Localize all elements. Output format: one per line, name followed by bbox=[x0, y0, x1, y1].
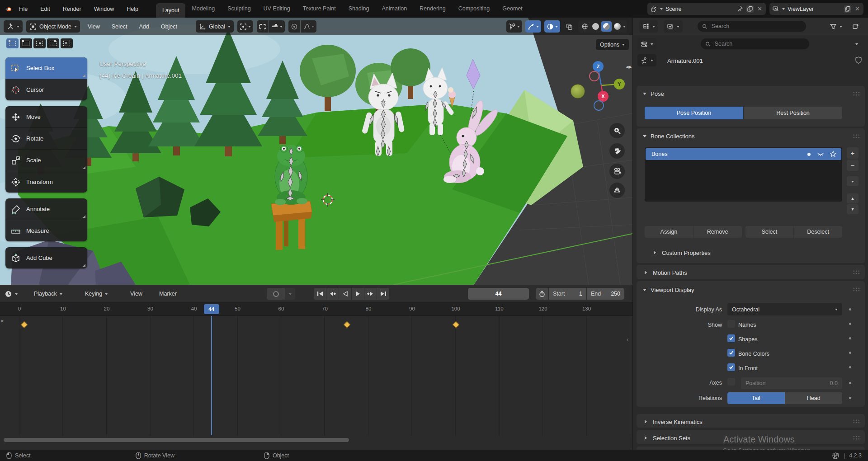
play-button[interactable] bbox=[352, 288, 364, 300]
panel-drag-dots[interactable] bbox=[853, 435, 860, 440]
animate-dot[interactable] bbox=[849, 308, 851, 310]
panel-drag-dots[interactable] bbox=[853, 287, 860, 292]
unlink-scene-icon[interactable]: ✕ bbox=[756, 5, 763, 12]
select-mode-invert-icon[interactable] bbox=[47, 38, 59, 48]
shading-material-button[interactable] bbox=[601, 21, 612, 32]
animate-dot[interactable] bbox=[849, 323, 851, 325]
animate-dot[interactable] bbox=[849, 382, 851, 384]
channel-expand-icon[interactable]: ▸ bbox=[1, 318, 4, 324]
select-mode-subtract-icon[interactable] bbox=[33, 38, 46, 48]
tool-move[interactable]: Move bbox=[5, 106, 87, 128]
keyframe-diamond[interactable] bbox=[453, 321, 460, 329]
select-mode-intersect-icon[interactable] bbox=[61, 38, 73, 48]
outliner-search[interactable] bbox=[698, 21, 806, 32]
snap-target-selector[interactable] bbox=[269, 20, 285, 33]
tab-shading[interactable]: Shading bbox=[342, 0, 376, 18]
checkbox-names[interactable] bbox=[727, 320, 735, 328]
animate-dot[interactable] bbox=[849, 337, 851, 339]
tool-transform[interactable]: Transform bbox=[5, 171, 87, 193]
outliner-editor-selector[interactable] bbox=[639, 20, 658, 33]
panel-inverse-kinematics[interactable]: Inverse Kinematics bbox=[643, 417, 703, 427]
current-frame-indicator[interactable]: 44 bbox=[204, 304, 219, 314]
tab-modeling[interactable]: Modeling bbox=[185, 0, 221, 18]
tail-button[interactable]: Tail bbox=[727, 392, 785, 404]
gizmos-toggle[interactable] bbox=[525, 20, 541, 33]
viewlayer-selector[interactable]: ViewLayer ✕ bbox=[769, 3, 863, 15]
options-button[interactable]: Options bbox=[596, 39, 629, 50]
mode-selector[interactable]: Object Mode bbox=[26, 20, 80, 33]
snapping-toggle[interactable] bbox=[257, 20, 269, 33]
viewport-3d[interactable]: User Perspective (44) Ice Cream | Armatu… bbox=[0, 18, 632, 285]
panel-drag-dots[interactable] bbox=[853, 270, 860, 275]
outliner-search-input[interactable] bbox=[711, 23, 802, 30]
properties-search[interactable] bbox=[701, 38, 809, 49]
pivot-point-selector[interactable] bbox=[237, 20, 253, 33]
remove-collection-button[interactable]: − bbox=[847, 160, 859, 171]
xray-toggle[interactable] bbox=[563, 20, 575, 33]
frame-start-field[interactable]: Start1 bbox=[549, 288, 586, 300]
navigation-gizmo[interactable]: Z Y X bbox=[567, 42, 632, 115]
tool-rotate[interactable]: Rotate bbox=[5, 128, 87, 150]
menu-view[interactable]: View bbox=[130, 288, 142, 300]
panel-drag-dots[interactable] bbox=[853, 91, 860, 96]
panel-selection-sets[interactable]: Selection Sets bbox=[643, 433, 690, 443]
display-as-dropdown[interactable]: Octahedral bbox=[727, 303, 842, 315]
panel-custom-properties-sub[interactable]: Custom Properties bbox=[652, 248, 711, 258]
tab-uv-editing[interactable]: UV Editing bbox=[257, 0, 297, 18]
properties-search-input[interactable] bbox=[714, 40, 805, 47]
gizmo-axis-minus-z[interactable] bbox=[594, 100, 604, 111]
pose-position-button[interactable]: Pose Position bbox=[645, 107, 744, 119]
checkbox-shapes[interactable] bbox=[727, 334, 735, 342]
tab-rendering[interactable]: Rendering bbox=[413, 0, 452, 18]
select-mode-set-icon[interactable] bbox=[6, 38, 19, 48]
timeline-scrollbar[interactable] bbox=[4, 438, 349, 442]
region-collapse-icon[interactable]: ‹ bbox=[627, 336, 629, 343]
tab-sculpting[interactable]: Sculpting bbox=[221, 0, 257, 18]
area-split-handle[interactable]: ◂▸ bbox=[626, 63, 632, 70]
auto-keying-toggle[interactable] bbox=[267, 288, 285, 300]
gizmo-axis-y[interactable]: Y bbox=[614, 79, 625, 89]
panel-pose[interactable]: Pose bbox=[643, 89, 664, 99]
panel-viewport-display[interactable]: Viewport Display bbox=[643, 285, 694, 295]
next-keyframe-button[interactable] bbox=[364, 288, 377, 300]
jump-to-start-button[interactable] bbox=[314, 288, 326, 300]
animate-dot[interactable] bbox=[849, 397, 851, 399]
tab-texture-paint[interactable]: Texture Paint bbox=[297, 0, 342, 18]
collection-specials-button[interactable] bbox=[847, 176, 859, 186]
new-scene-icon[interactable] bbox=[746, 5, 754, 13]
deselect-button[interactable]: Deselect bbox=[794, 226, 842, 238]
breadcrumb-object-type[interactable] bbox=[637, 54, 656, 66]
outliner-display-mode[interactable] bbox=[664, 20, 683, 33]
orthographic-grid-button[interactable] bbox=[609, 183, 625, 198]
overlays-toggle[interactable] bbox=[544, 20, 560, 33]
move-collection-down-button[interactable]: ▼ bbox=[847, 204, 859, 214]
remove-button[interactable]: Remove bbox=[693, 226, 742, 238]
tab-layout[interactable]: Layout bbox=[156, 3, 186, 18]
zoom-view-button[interactable] bbox=[609, 123, 625, 138]
shield-icon[interactable] bbox=[854, 56, 863, 64]
menu-marker[interactable]: Marker bbox=[159, 288, 177, 300]
transform-orientation[interactable]: Global bbox=[196, 20, 234, 33]
timeline-channels[interactable] bbox=[0, 316, 632, 436]
assign-button[interactable]: Assign bbox=[645, 226, 693, 238]
visibility-eye-icon[interactable] bbox=[817, 151, 824, 158]
pan-view-button[interactable] bbox=[609, 143, 625, 159]
select-mode-extend-icon[interactable] bbox=[20, 38, 32, 48]
panel-drag-dots[interactable] bbox=[853, 419, 860, 424]
use-preview-range-toggle[interactable] bbox=[536, 288, 548, 300]
tab-geometry-nodes[interactable]: Geomet bbox=[496, 0, 528, 18]
menu-playback[interactable]: Playback bbox=[34, 288, 62, 300]
menu-keying[interactable]: Keying bbox=[85, 288, 108, 300]
panel-bone-collections[interactable]: Bone Collections bbox=[643, 131, 695, 141]
timeline-editor-selector[interactable] bbox=[5, 288, 18, 300]
menu-window[interactable]: Window bbox=[88, 3, 120, 15]
breadcrumb[interactable]: Armature.001 bbox=[667, 57, 703, 64]
pin-icon[interactable] bbox=[736, 5, 744, 13]
jump-to-end-button[interactable] bbox=[377, 288, 389, 300]
properties-editor-selector[interactable] bbox=[637, 38, 656, 50]
scene-selector[interactable]: Scene ✕ bbox=[647, 3, 766, 15]
playhead[interactable] bbox=[211, 316, 212, 435]
show-gizmo-selector[interactable] bbox=[506, 20, 522, 33]
tool-scale[interactable]: Scale bbox=[5, 150, 87, 171]
animate-dot[interactable] bbox=[849, 366, 851, 368]
